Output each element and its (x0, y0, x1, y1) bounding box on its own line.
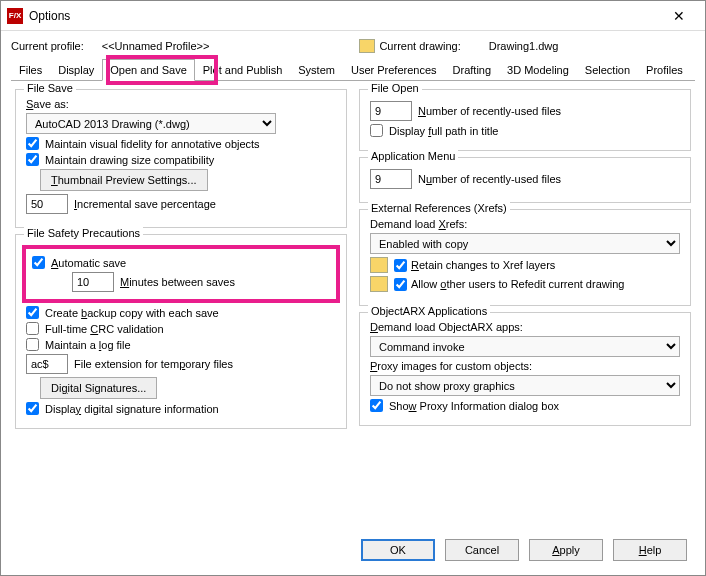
file-save-group: File Save Save as: AutoCAD 2013 Drawing … (15, 89, 347, 228)
maintain-visual-checkbox[interactable]: Maintain visual fidelity for annotative … (26, 137, 336, 150)
xref-icon (370, 257, 388, 273)
tab-display[interactable]: Display (50, 59, 102, 80)
display-signature-checkbox[interactable]: Display digital signature information (26, 402, 336, 415)
tab-open-and-save[interactable]: Open and Save (102, 59, 194, 81)
file-save-title: File Save (24, 82, 76, 94)
temp-ext-label: File extension for temporary files (74, 358, 233, 370)
file-safety-title: File Safety Precautions (24, 227, 143, 239)
current-profile-value: <<Unnamed Profile>> (102, 40, 210, 52)
app-menu-recent-label: Number of recently-used files (418, 173, 561, 185)
full-path-checkbox[interactable]: Display full path in title (370, 124, 680, 137)
app-menu-recent-input[interactable] (370, 169, 412, 189)
create-backup-checkbox[interactable]: Create backup copy with each save (26, 306, 336, 319)
tab-user-prefs[interactable]: User Preferences (343, 59, 445, 80)
tab-files[interactable]: Files (11, 59, 50, 80)
app-menu-title: Application Menu (368, 150, 458, 162)
tab-plot-publish[interactable]: Plot and Publish (195, 59, 291, 80)
log-checkbox[interactable]: Maintain a log file (26, 338, 336, 351)
help-button[interactable]: Help (613, 539, 687, 561)
minutes-label: Minutes between saves (120, 276, 235, 288)
tab-drafting[interactable]: Drafting (445, 59, 500, 80)
current-profile-label: Current profile: (11, 40, 84, 52)
file-open-title: File Open (368, 82, 422, 94)
temp-ext-input[interactable] (26, 354, 68, 374)
titlebar: F/X Options ✕ (1, 1, 705, 31)
incremental-save-input[interactable] (26, 194, 68, 214)
xrefs-title: External References (Xrefs) (368, 202, 510, 214)
retain-xref-checkbox[interactable]: Retain changes to Xref layers (394, 259, 555, 272)
drawing-icon (359, 39, 375, 53)
ok-button[interactable]: OK (361, 539, 435, 561)
file-open-group: File Open Number of recently-used files … (359, 89, 691, 151)
close-icon[interactable]: ✕ (659, 2, 699, 30)
file-open-recent-label: Number of recently-used files (418, 105, 561, 117)
cancel-button[interactable]: Cancel (445, 539, 519, 561)
app-icon: F/X (7, 8, 23, 24)
objectarx-title: ObjectARX Applications (368, 305, 490, 317)
tabs: Files Display Open and Save Plot and Pub… (11, 59, 695, 81)
tab-selection[interactable]: Selection (577, 59, 638, 80)
current-drawing-label: Current drawing: (379, 40, 460, 52)
profile-row: Current profile: <<Unnamed Profile>> Cur… (11, 35, 695, 57)
incremental-save-label: Incremental save percentage (74, 198, 216, 210)
options-dialog: F/X Options ✕ Current profile: <<Unnamed… (0, 0, 706, 576)
demand-arx-label: Demand load ObjectARX apps: (370, 321, 680, 333)
save-as-label: Save as: (26, 98, 336, 110)
demand-xrefs-select[interactable]: Enabled with copy (370, 233, 680, 254)
proxy-images-select[interactable]: Do not show proxy graphics (370, 375, 680, 396)
tab-profiles[interactable]: Profiles (638, 59, 691, 80)
xref-icon (370, 276, 388, 292)
apply-button[interactable]: Apply (529, 539, 603, 561)
file-open-recent-input[interactable] (370, 101, 412, 121)
demand-arx-select[interactable]: Command invoke (370, 336, 680, 357)
digital-signatures-button[interactable]: Digital Signatures... (40, 377, 157, 399)
crc-checkbox[interactable]: Full-time CRC validation (26, 322, 336, 335)
app-menu-group: Application Menu Number of recently-used… (359, 157, 691, 203)
demand-xrefs-label: Demand load Xrefs: (370, 218, 680, 230)
window-title: Options (29, 9, 659, 23)
proxy-images-label: Proxy images for custom objects: (370, 360, 680, 372)
save-as-select[interactable]: AutoCAD 2013 Drawing (*.dwg) (26, 113, 276, 134)
automatic-save-checkbox[interactable]: Automatic save (32, 256, 330, 269)
show-proxy-checkbox[interactable]: Show Proxy Information dialog box (370, 399, 680, 412)
tab-3d-modeling[interactable]: 3D Modeling (499, 59, 577, 80)
xrefs-group: External References (Xrefs) Demand load … (359, 209, 691, 306)
file-safety-group: File Safety Precautions Automatic save M… (15, 234, 347, 429)
current-drawing-value: Drawing1.dwg (489, 40, 559, 52)
maintain-size-checkbox[interactable]: Maintain drawing size compatibility (26, 153, 336, 166)
tab-system[interactable]: System (290, 59, 343, 80)
thumbnail-preview-button[interactable]: Thumbnail Preview Settings... (40, 169, 208, 191)
highlight-autosave: Automatic save Minutes between saves (22, 245, 340, 303)
minutes-input[interactable] (72, 272, 114, 292)
allow-refedit-checkbox[interactable]: Allow other users to Refedit current dra… (394, 278, 624, 291)
objectarx-group: ObjectARX Applications Demand load Objec… (359, 312, 691, 426)
footer: OK Cancel Apply Help (1, 531, 705, 575)
